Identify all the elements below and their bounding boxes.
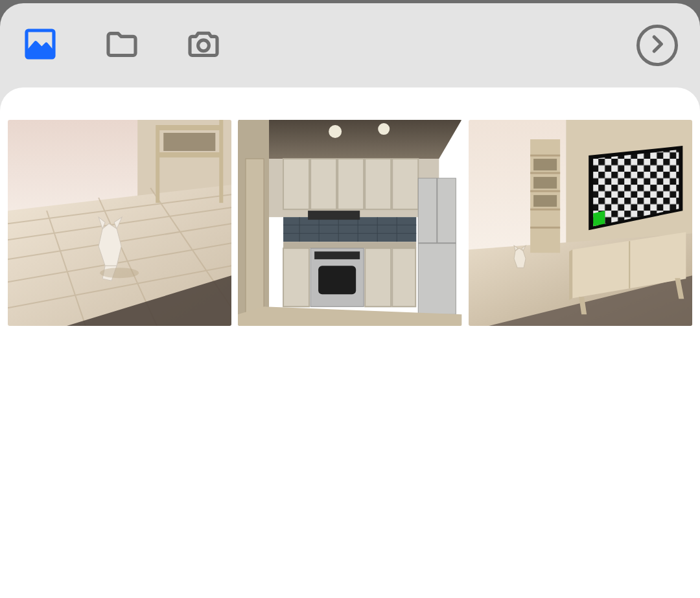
image-icon xyxy=(22,26,58,65)
forward-button[interactable] xyxy=(636,25,678,66)
svg-rect-28 xyxy=(283,159,309,209)
svg-rect-14 xyxy=(157,125,222,130)
svg-marker-24 xyxy=(238,120,461,159)
svg-point-26 xyxy=(379,123,390,135)
svg-rect-32 xyxy=(393,159,419,209)
photo-3[interactable] xyxy=(469,120,692,326)
svg-marker-79 xyxy=(593,211,605,226)
svg-rect-31 xyxy=(366,159,391,209)
photo-2[interactable] xyxy=(238,120,461,326)
svg-rect-49 xyxy=(314,251,360,259)
svg-rect-17 xyxy=(219,120,223,203)
svg-rect-48 xyxy=(318,266,356,294)
svg-rect-15 xyxy=(157,152,222,157)
svg-rect-29 xyxy=(310,159,336,209)
svg-rect-46 xyxy=(393,248,416,306)
svg-rect-43 xyxy=(283,242,416,248)
toolbar xyxy=(0,3,700,87)
gallery-tab[interactable] xyxy=(22,27,58,63)
svg-rect-54 xyxy=(246,159,264,314)
svg-rect-18 xyxy=(163,133,215,151)
photo-1[interactable] xyxy=(8,120,231,326)
folder-icon xyxy=(104,26,140,65)
chevron-right-icon xyxy=(645,32,670,59)
svg-point-1 xyxy=(198,40,209,51)
svg-rect-30 xyxy=(338,159,364,209)
svg-rect-33 xyxy=(283,217,416,242)
svg-rect-44 xyxy=(283,248,309,306)
svg-marker-73 xyxy=(569,249,572,300)
folder-tab[interactable] xyxy=(104,27,140,63)
svg-point-25 xyxy=(329,125,342,138)
gallery-grid xyxy=(0,120,700,326)
svg-rect-42 xyxy=(308,211,360,220)
svg-rect-71 xyxy=(533,195,557,207)
svg-rect-16 xyxy=(156,125,159,203)
svg-rect-45 xyxy=(366,248,391,306)
svg-rect-70 xyxy=(533,177,557,189)
camera-icon xyxy=(185,26,222,65)
gallery-sheet xyxy=(0,87,700,598)
svg-point-23 xyxy=(100,268,139,278)
camera-tab[interactable] xyxy=(185,27,222,63)
svg-rect-69 xyxy=(533,159,557,170)
picker-panel xyxy=(0,3,700,598)
